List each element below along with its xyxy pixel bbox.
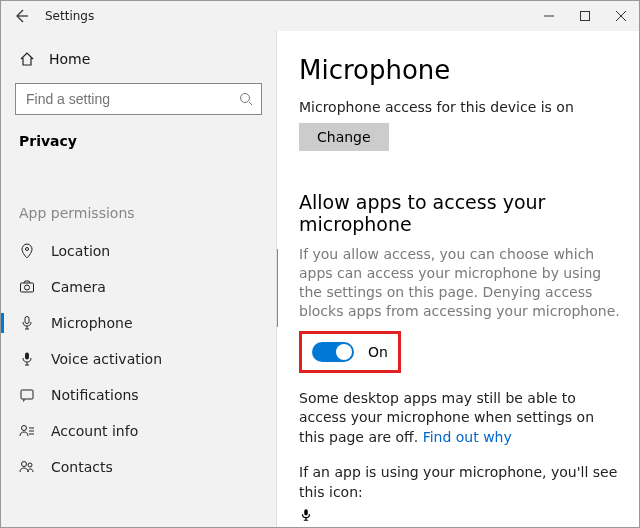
sidebar-item-voice-activation[interactable]: Voice activation xyxy=(1,341,276,377)
camera-icon xyxy=(19,279,35,295)
toggle-state-label: On xyxy=(368,344,388,360)
section-header: App permissions xyxy=(15,205,262,221)
svg-point-4 xyxy=(25,285,30,290)
settings-window: Settings Home xyxy=(0,0,640,528)
minimize-button[interactable] xyxy=(531,1,567,31)
svg-rect-11 xyxy=(304,509,308,515)
find-out-why-link[interactable]: Find out why xyxy=(423,429,512,445)
change-button[interactable]: Change xyxy=(299,123,389,151)
search-icon xyxy=(239,92,253,106)
account-icon xyxy=(19,423,35,439)
location-icon xyxy=(19,243,35,259)
page-title: Microphone xyxy=(299,55,621,85)
body: Home Privacy App permissions Location xyxy=(1,31,639,527)
sidebar-item-contacts[interactable]: Contacts xyxy=(1,449,276,485)
access-status: Microphone access for this device is on xyxy=(299,99,621,115)
svg-rect-7 xyxy=(21,390,33,399)
sidebar-item-microphone[interactable]: Microphone xyxy=(1,305,276,341)
close-icon xyxy=(616,11,626,21)
sidebar-item-location[interactable]: Location xyxy=(1,233,276,269)
maximize-icon xyxy=(580,11,590,21)
toggle-knob xyxy=(336,344,352,360)
toggle-highlight: On xyxy=(299,331,401,373)
microphone-icon xyxy=(19,315,35,331)
back-button[interactable] xyxy=(1,1,41,31)
voice-icon xyxy=(19,351,35,367)
sidebar-item-label: Account info xyxy=(51,423,138,439)
home-icon xyxy=(19,51,35,67)
sidebar-item-label: Location xyxy=(51,243,110,259)
arrow-left-icon xyxy=(13,8,29,24)
desktop-apps-note: Some desktop apps may still be able to a… xyxy=(299,389,621,448)
minimize-icon xyxy=(544,11,554,21)
category-label: Privacy xyxy=(15,133,262,149)
search-input[interactable] xyxy=(24,90,239,108)
svg-point-1 xyxy=(241,94,250,103)
allow-heading: Allow apps to access your microphone xyxy=(299,191,621,235)
sidebar-item-notifications[interactable]: Notifications xyxy=(1,377,276,413)
svg-point-10 xyxy=(28,463,32,467)
svg-rect-3 xyxy=(21,283,34,292)
maximize-button[interactable] xyxy=(567,1,603,31)
sidebar-item-label: Voice activation xyxy=(51,351,162,367)
svg-rect-5 xyxy=(25,317,29,324)
contacts-icon xyxy=(19,459,35,475)
sidebar-item-account-info[interactable]: Account info xyxy=(1,413,276,449)
sidebar-item-label: Notifications xyxy=(51,387,139,403)
sidebar: Home Privacy App permissions Location xyxy=(1,31,277,527)
sidebar-item-label: Camera xyxy=(51,279,106,295)
sidebar-item-label: Microphone xyxy=(51,315,133,331)
notifications-icon xyxy=(19,387,35,403)
main-content: Microphone Microphone access for this de… xyxy=(277,31,639,527)
svg-rect-0 xyxy=(581,12,590,21)
nav-list: Location Camera Microphone xyxy=(15,233,262,485)
titlebar: Settings xyxy=(1,1,639,31)
home-button[interactable]: Home xyxy=(15,39,262,79)
svg-rect-6 xyxy=(25,353,29,360)
microphone-indicator-icon xyxy=(299,507,313,527)
close-button[interactable] xyxy=(603,1,639,31)
window-controls xyxy=(531,1,639,31)
scroll-indicator[interactable] xyxy=(277,249,278,327)
window-title: Settings xyxy=(41,9,531,23)
sidebar-item-label: Contacts xyxy=(51,459,113,475)
allow-apps-toggle[interactable] xyxy=(312,342,354,362)
svg-point-8 xyxy=(22,426,27,431)
search-box[interactable] xyxy=(15,83,262,115)
home-label: Home xyxy=(49,51,90,67)
sidebar-item-camera[interactable]: Camera xyxy=(1,269,276,305)
allow-description: If you allow access, you can choose whic… xyxy=(299,245,621,321)
svg-point-9 xyxy=(22,462,27,467)
svg-point-2 xyxy=(26,248,29,251)
inuse-note: If an app is using your microphone, you'… xyxy=(299,463,621,502)
